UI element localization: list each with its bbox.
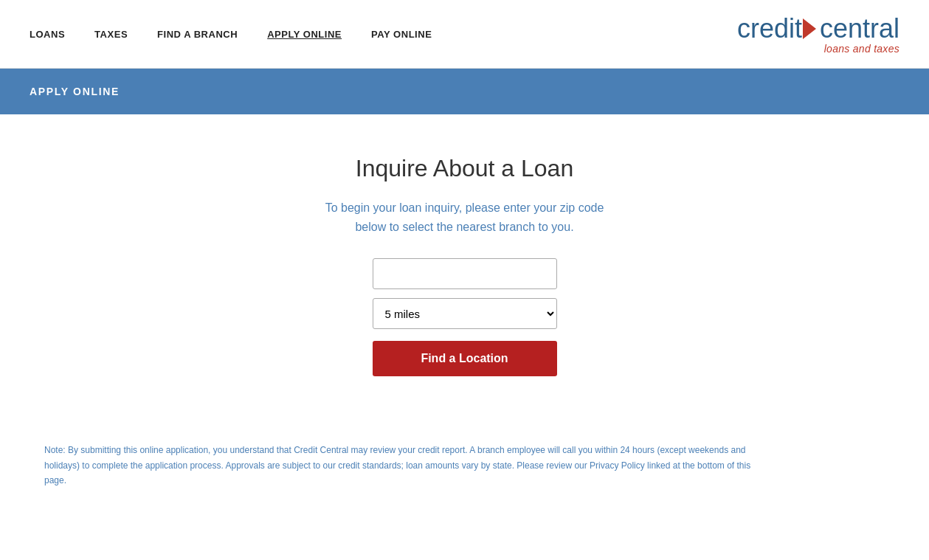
- description-line2: below to select the nearest branch to yo…: [355, 221, 573, 233]
- header: LOANS TAXES FIND A BRANCH APPLY ONLINE P…: [0, 0, 929, 69]
- logo-tagline: loans and taxes: [824, 43, 899, 55]
- nav-apply-online[interactable]: APPLY ONLINE: [267, 29, 342, 40]
- banner-title: APPLY ONLINE: [30, 86, 120, 97]
- zip-code-input[interactable]: [373, 258, 557, 289]
- miles-select[interactable]: 5 miles 10 miles 25 miles 50 miles 100 m…: [373, 298, 557, 329]
- main-nav: LOANS TAXES FIND A BRANCH APPLY ONLINE P…: [30, 29, 432, 40]
- nav-find-branch[interactable]: FIND A BRANCH: [157, 29, 238, 40]
- logo-credit: credit: [737, 13, 802, 44]
- page-heading: Inquire About a Loan: [356, 155, 573, 182]
- page-description: To begin your loan inquiry, please enter…: [325, 198, 604, 236]
- find-location-button[interactable]: Find a Location: [373, 341, 557, 376]
- description-line1: To begin your loan inquiry, please enter…: [325, 201, 604, 214]
- main-content: Inquire About a Loan To begin your loan …: [0, 114, 929, 406]
- nav-taxes[interactable]: TAXES: [94, 29, 128, 40]
- page-banner: APPLY ONLINE: [0, 69, 929, 114]
- loan-inquiry-form: 5 miles 10 miles 25 miles 50 miles 100 m…: [317, 258, 612, 376]
- note-text: Note: By submitting this online applicat…: [44, 443, 767, 488]
- svg-marker-0: [803, 18, 816, 39]
- nav-loans[interactable]: LOANS: [30, 29, 65, 40]
- logo: credit central loans and taxes: [737, 13, 899, 55]
- logo-arrow-icon: [802, 15, 820, 42]
- logo-central: central: [820, 13, 899, 44]
- note-section: Note: By submitting this online applicat…: [0, 443, 812, 488]
- logo-line1: credit central: [737, 13, 899, 44]
- nav-pay-online[interactable]: PAY ONLINE: [371, 29, 432, 40]
